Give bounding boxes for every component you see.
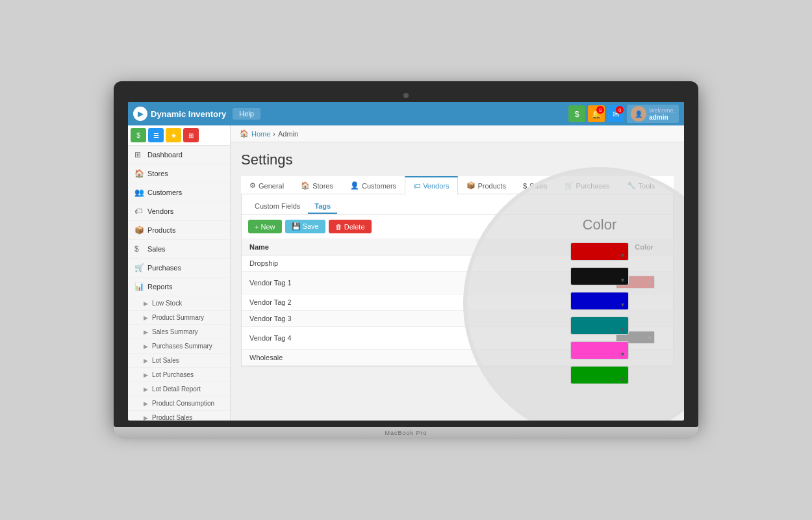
sidebar-label-vendors: Vendors [147,207,173,215]
welcome-label: Welcome, [649,107,675,114]
sidebar-label-dashboard: Dashboard [147,151,183,159]
delete-button[interactable]: 🗑 Delete [329,220,372,233]
tab-stores[interactable]: 🏠 Stores [292,176,342,194]
sidebar-sub-lot-purchases[interactable]: ▶ Lot Purchases [128,368,230,382]
sidebar-sub-lot-sales[interactable]: ▶ Lot Sales [128,354,230,368]
breadcrumb-home[interactable]: Home [251,130,270,138]
tab-sales[interactable]: $ Sales [514,176,556,194]
app-wrapper: ▶ Dynamic Inventory Help $ 🔔 8 [128,102,684,421]
sidebar-item-dashboard[interactable]: ⊞ Dashboard [128,146,230,164]
dashboard-icon: ⊞ [134,150,144,159]
tab-tools[interactable]: 🔧 Tools [618,176,664,194]
laptop-screen: ▶ Dynamic Inventory Help $ 🔔 8 [128,102,684,421]
main-content: 🏠 Home › Admin Settings ⚙ Genera [231,125,684,421]
tool-list-btn[interactable]: ☰ [148,128,164,142]
customers-icon: 👥 [134,188,144,197]
tab-vendors[interactable]: 🏷 Vendors [405,176,457,194]
tags-table: Name Color DropshipVendor Tag 1Vendor Ta… [242,239,673,366]
products-icon: 📦 [134,226,144,235]
tag-color-cell [444,272,673,294]
tag-color-cell [444,255,673,272]
sidebar-sub-low-stock[interactable]: ▶ Low Stock [128,296,230,311]
tag-name-cell: Vendor Tag 2 [242,294,444,311]
table-row[interactable]: Vendor Tag 3 [242,311,673,327]
inner-tab-tags[interactable]: Tags [308,200,337,214]
sidebar-item-products[interactable]: 📦 Products [128,221,230,240]
col-name: Name [242,239,444,255]
sidebar-item-vendors[interactable]: 🏷 Vendors [128,202,230,221]
sidebar-label-sales: Sales [147,245,166,253]
nav-actions: $ 🔔 8 ✉ 0 👤 Welcome [568,105,679,123]
products-tab-icon: 📦 [466,181,476,190]
laptop-camera [403,93,409,98]
tool-dollar-btn[interactable]: $ [131,128,146,142]
color-swatch[interactable] [616,276,655,289]
tag-color-cell [444,327,673,350]
sidebar-tools: $ ☰ ★ ⊞ [128,125,230,146]
table-row[interactable]: Dropship [242,255,673,272]
tool-star-btn[interactable]: ★ [166,128,181,142]
sidebar-label-customers: Customers [147,188,182,196]
sales-tab-icon: $ [523,182,527,190]
tag-color-cell [444,350,673,366]
col-color: Color [444,239,673,255]
sidebar-sub-product-sales[interactable]: ▶ Product Sales [128,411,230,421]
purchases-tab-icon: 🛒 [565,181,574,190]
table-row[interactable]: Wholesale [242,350,673,366]
sidebar-label-stores: Stores [147,170,168,177]
bell-badge[interactable]: 🔔 8 [588,105,605,122]
help-button[interactable]: Help [233,108,260,120]
laptop-base: MacBook Pro [114,427,698,439]
sidebar-sub-product-consumption[interactable]: ▶ Product Consumption [128,396,230,411]
tab-products[interactable]: 📦 Products [458,176,514,194]
color-swatch[interactable] [616,331,655,344]
tool-grid-btn[interactable]: ⊞ [183,128,199,142]
tag-name-cell: Vendor Tag 1 [242,272,444,294]
sidebar-item-sales[interactable]: $ Sales [128,240,230,259]
sidebar-sub-product-summary[interactable]: ▶ Product Summary [128,311,230,325]
tools-tab-icon: 🔧 [627,181,636,190]
sidebar-sub-purchases-summary[interactable]: ▶ Purchases Summary [128,339,230,354]
sidebar-label-purchases: Purchases [147,264,181,272]
sidebar-label-reports: Reports [147,283,173,291]
tag-color-cell [444,294,673,311]
inner-tab-custom-fields[interactable]: Custom Fields [248,200,307,214]
settings-tabs: ⚙ General 🏠 Stores 👤 Customers [241,176,674,194]
reports-icon: 📊 [134,282,144,291]
sidebar-item-reports[interactable]: 📊 Reports [128,278,230,296]
tab-customers[interactable]: 👤 Customers [342,176,405,194]
sales-icon: $ [134,244,144,254]
sidebar-item-customers[interactable]: 👥 Customers [128,183,230,202]
sidebar-label-products: Products [147,226,175,234]
logo-area: ▶ Dynamic Inventory [133,107,226,121]
tag-name-cell: Vendor Tag 4 [242,327,444,350]
content-wrapper: $ ☰ ★ ⊞ ⊞ Dashboard 🏠 Stores [128,125,684,421]
tab-general[interactable]: ⚙ General [241,176,292,194]
sidebar-sub-sales-summary[interactable]: ▶ Sales Summary [128,325,230,339]
settings-panel: Custom Fields Tags + New 💾 Save � [241,194,674,367]
dollar-badge[interactable]: $ [568,105,585,122]
tab-purchases[interactable]: 🛒 Purchases [556,176,618,194]
tag-color-cell [444,311,673,327]
sidebar-item-purchases[interactable]: 🛒 Purchases [128,259,230,278]
tag-name-cell: Wholesale [242,350,444,366]
mail-badge[interactable]: ✉ 0 [607,105,624,122]
tag-name-cell: Vendor Tag 3 [242,311,444,327]
table-row[interactable]: Vendor Tag 1 [242,272,673,294]
action-bar: + New 💾 Save 🗑 Delete [242,214,673,239]
top-nav: ▶ Dynamic Inventory Help $ 🔔 8 [128,102,684,125]
stores-icon: 🏠 [134,169,144,178]
purchases-icon: 🛒 [134,263,144,272]
sidebar: $ ☰ ★ ⊞ ⊞ Dashboard 🏠 Stores [128,125,231,421]
sidebar-item-stores[interactable]: 🏠 Stores [128,164,230,183]
table-row[interactable]: Vendor Tag 4 [242,327,673,350]
table-row[interactable]: Vendor Tag 2 [242,294,673,311]
user-chip[interactable]: 👤 Welcome, admin [627,105,679,123]
page-title: Settings [241,151,674,168]
app-title: Dynamic Inventory [151,109,226,119]
screen-border: ▶ Dynamic Inventory Help $ 🔔 8 [114,81,698,427]
sidebar-sub-lot-detail[interactable]: ▶ Lot Detail Report [128,382,230,396]
new-button[interactable]: + New [248,220,282,233]
username-label: admin [649,114,675,121]
save-button[interactable]: 💾 Save [285,220,325,233]
